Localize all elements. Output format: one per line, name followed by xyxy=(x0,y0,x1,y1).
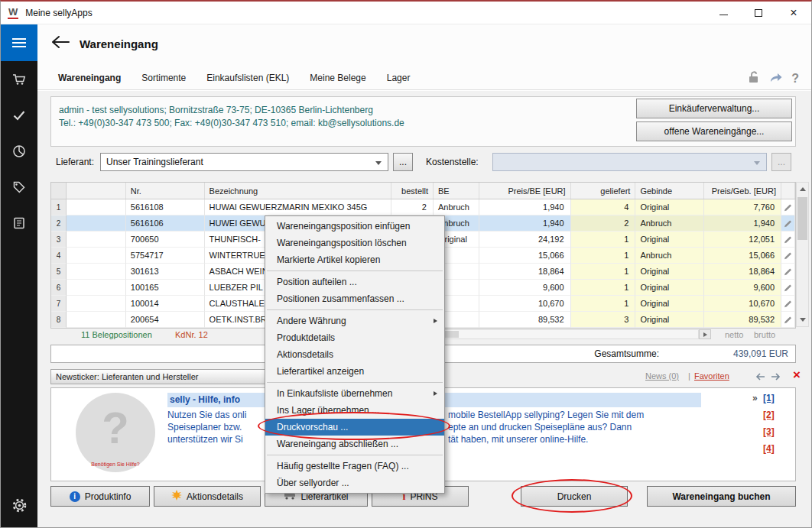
cell-preis-geb[interactable]: 1,940 xyxy=(704,215,781,232)
col-gebinde[interactable]: Gebinde xyxy=(635,183,704,199)
scroll-up-icon[interactable] xyxy=(800,187,806,191)
cell-preis-geb[interactable]: 9,600 xyxy=(704,280,781,296)
news-text: Speiseplaner bzw. xyxy=(167,422,242,432)
cell-gebinde[interactable]: Original xyxy=(635,296,704,312)
drucken-button[interactable]: Drucken xyxy=(521,486,628,507)
menu-item-druckvorschau[interactable]: Druckvorschau ... xyxy=(265,419,444,436)
cell-gebinde[interactable]: Anbruch xyxy=(635,248,704,264)
cell-preis-geb[interactable]: 15,066 xyxy=(704,248,781,264)
menu-item-ins-lager-uebernehmen[interactable]: Ins Lager übernehmen ... xyxy=(265,402,444,419)
catalog-icon[interactable] xyxy=(1,205,37,241)
cell-gebinde[interactable]: Anbruch xyxy=(635,215,704,232)
col-preis-geb[interactable]: Preis/Geb. [EUR] xyxy=(704,183,781,199)
cell-gebinde[interactable]: Original xyxy=(635,264,704,280)
back-button[interactable] xyxy=(51,35,71,52)
tab-einkaufslisten[interactable]: Einkaufslisten (EKL) xyxy=(206,73,289,83)
favoriten-link[interactable]: Favoriten xyxy=(694,371,729,381)
menu-item-faq[interactable]: Häufig gestellte Fragen (FAQ) ... xyxy=(265,458,444,475)
edit-pencil-icon[interactable] xyxy=(781,312,795,328)
edit-pencil-icon[interactable] xyxy=(781,232,795,248)
cell-gebinde[interactable]: Original xyxy=(635,312,704,328)
table-vertical-scrollbar[interactable] xyxy=(796,182,809,327)
menu-item-einkaufsliste-uebernehmen[interactable]: In Einkaufsliste übernehmen xyxy=(265,385,444,402)
cell-preis-geb[interactable]: 89,532 xyxy=(704,312,781,328)
menu-item-andere-waehrung[interactable]: Andere Währung xyxy=(265,313,444,329)
maximize-button[interactable] xyxy=(741,2,776,24)
menu-item-position-loeschen[interactable]: Wareneingangsposition löschen xyxy=(265,235,444,251)
news-next-icon[interactable] xyxy=(771,371,782,384)
news-page-link-2[interactable]: [2] xyxy=(763,410,775,420)
edit-pencil-icon[interactable] xyxy=(781,280,795,296)
news-page-link-1[interactable]: [1] xyxy=(763,393,775,403)
scrollbar-thumb[interactable] xyxy=(797,197,807,240)
cell-geliefert[interactable]: 1 xyxy=(571,232,636,248)
tab-sortimente[interactable]: Sortimente xyxy=(141,73,186,83)
cell-gebinde[interactable]: Original xyxy=(635,280,704,296)
menu-item-wareneingang-abschliessen[interactable]: Wareneingang abschließen ... xyxy=(265,436,444,452)
settings-gear-icon[interactable] xyxy=(1,488,37,523)
brutto-label[interactable]: brutto xyxy=(754,330,775,339)
forward-share-icon[interactable] xyxy=(769,71,783,86)
edit-pencil-icon[interactable] xyxy=(781,264,795,280)
edit-pencil-icon[interactable] xyxy=(781,199,795,215)
cell-geliefert[interactable]: 4 xyxy=(571,199,636,215)
edit-pencil-icon[interactable] xyxy=(781,296,795,312)
aktionsdetails-button[interactable]: Aktionsdetails xyxy=(154,486,261,507)
cart-icon[interactable] xyxy=(1,61,37,97)
wareneingang-buchen-button[interactable]: Wareneingang buchen xyxy=(647,486,796,507)
unlock-icon[interactable] xyxy=(747,70,761,86)
netto-label[interactable]: netto xyxy=(725,330,743,339)
price-tag-icon[interactable] xyxy=(1,169,37,205)
tab-meine-belege[interactable]: Meine Belege xyxy=(310,73,365,83)
news-close-icon[interactable]: × xyxy=(793,368,801,383)
scroll-right-button[interactable] xyxy=(699,329,711,339)
cell-gebinde[interactable]: Original xyxy=(635,199,704,215)
close-button[interactable]: × xyxy=(776,2,811,24)
cell-preis-geb[interactable]: 7,760 xyxy=(704,199,781,215)
news-link[interactable]: News (0) xyxy=(645,371,679,381)
menu-item-position-einfuegen[interactable]: Wareneingangsposition einfügen xyxy=(265,218,444,235)
hamburger-menu-button[interactable] xyxy=(1,24,37,61)
tab-wareneingang[interactable]: Wareneingang xyxy=(58,73,121,83)
lieferant-browse-button[interactable]: ... xyxy=(393,153,413,171)
menu-item-lieferartikel-anzeigen[interactable]: Lieferartikel anzeigen xyxy=(265,363,444,380)
cell-geliefert[interactable]: 3 xyxy=(571,312,636,328)
cell-gebinde[interactable]: Original xyxy=(635,232,704,248)
menu-item-positionen-zusammenfassen[interactable]: Positionen zusammenfassen ... xyxy=(265,290,444,307)
lieferant-select[interactable]: Unser Trainingslieferant xyxy=(100,153,388,171)
tab-lager[interactable]: Lager xyxy=(387,73,411,83)
col-nr[interactable]: Nr. xyxy=(126,183,205,199)
news-page-link-4[interactable]: [4] xyxy=(763,443,775,454)
news-prev-icon[interactable] xyxy=(754,371,765,384)
cell-geliefert[interactable]: 2 xyxy=(571,215,636,232)
cell-preis-geb[interactable]: 18,864 xyxy=(704,264,781,280)
col-be[interactable]: BE xyxy=(434,183,479,199)
produktinfo-button[interactable]: i Produktinfo xyxy=(50,486,150,507)
menu-item-produktdetails[interactable]: Produktdetails xyxy=(265,329,444,346)
edit-pencil-icon[interactable] xyxy=(781,215,795,232)
cell-preis-geb[interactable]: 12,051 xyxy=(704,232,781,248)
table-row[interactable]: 1 5616108 HUWAI GEWUERZMARIN MEXIKO 345G… xyxy=(51,199,795,215)
col-bezeichnung[interactable]: Bezeichnung xyxy=(205,183,391,199)
einkaeuferverwaltung-button[interactable]: Einkäuferverwaltung... xyxy=(636,99,792,118)
pie-chart-icon[interactable] xyxy=(1,133,37,169)
offene-wareneingaenge-button[interactable]: offene Wareneingänge... xyxy=(636,121,792,141)
scroll-down-icon[interactable] xyxy=(800,318,806,322)
menu-item-ueber-sellyorder[interactable]: Über sellyorder ... xyxy=(265,475,444,491)
menu-item-artikel-kopieren[interactable]: Markierte Artikel kopieren xyxy=(265,251,444,268)
menu-item-aktionsdetails[interactable]: Aktionsdetails xyxy=(265,346,444,363)
edit-pencil-icon[interactable] xyxy=(781,248,795,264)
cell-geliefert[interactable]: 1 xyxy=(571,296,636,312)
menu-item-position-aufteilen[interactable]: Position aufteilen ... xyxy=(265,274,444,290)
cell-preis-geb[interactable]: 10,670 xyxy=(704,296,781,312)
help-icon[interactable]: ? xyxy=(791,72,799,86)
cell-geliefert[interactable]: 1 xyxy=(571,264,636,280)
col-bestellt[interactable]: bestellt xyxy=(391,183,434,199)
news-page-link-3[interactable]: [3] xyxy=(763,426,775,437)
cell-geliefert[interactable]: 1 xyxy=(571,248,636,264)
col-geliefert[interactable]: geliefert xyxy=(571,183,636,199)
minimize-button[interactable] xyxy=(706,2,741,24)
cell-geliefert[interactable]: 1 xyxy=(571,280,636,296)
col-preis-be[interactable]: Preis/BE [EUR] xyxy=(479,183,571,199)
wareneingang-check-icon[interactable] xyxy=(1,97,37,133)
